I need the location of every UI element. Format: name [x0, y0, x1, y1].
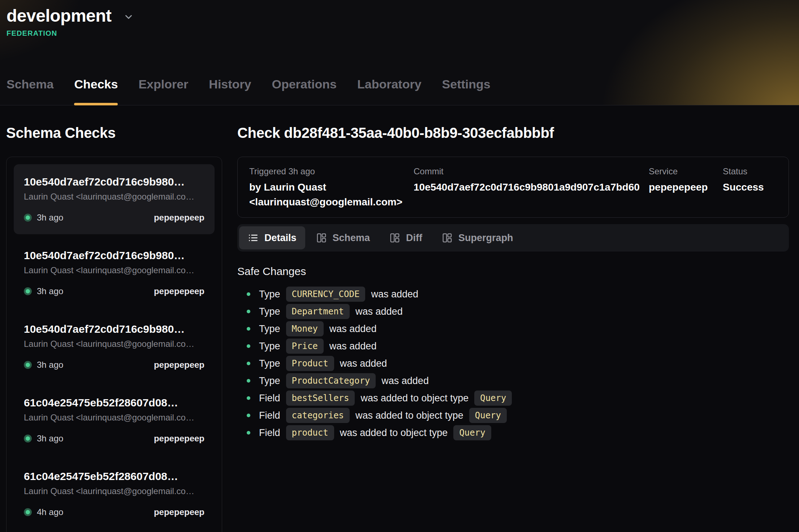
check-item-meta: 3h agopepepepeep [24, 360, 204, 370]
change-row: TypeProductwas added [237, 355, 789, 372]
project-header: development FEDERATION SchemaChecksExplo… [0, 0, 799, 105]
bullet-icon [247, 327, 250, 331]
meta-triggered: Triggered 3h ago by Laurin Quast <laurin… [249, 166, 414, 209]
status-dot-icon [24, 287, 32, 295]
tab-checks[interactable]: Checks [74, 77, 118, 105]
checks-list: 10e540d7aef72c0d716c9b980…Laurin Quast <… [6, 157, 222, 532]
change-text: was added [340, 358, 387, 369]
columns-icon [442, 232, 453, 243]
columns-icon [316, 232, 327, 243]
columns-icon [389, 232, 400, 243]
check-item-service: pepepepeep [154, 213, 204, 223]
change-code-badge: Price [286, 339, 324, 354]
view-tab-diff[interactable]: Diff [381, 226, 431, 249]
view-tab-label: Supergraph [458, 232, 513, 244]
check-item-meta: 3h agopepepepeep [24, 433, 204, 444]
tab-schema[interactable]: Schema [7, 77, 53, 105]
change-text: was added to object type [355, 410, 463, 421]
tab-history[interactable]: History [209, 77, 251, 105]
bullet-icon [247, 379, 250, 383]
view-tab-label: Schema [333, 232, 370, 244]
status-dot-icon [24, 214, 32, 222]
view-tab-details[interactable]: Details [239, 226, 305, 249]
change-code2-badge: Query [453, 425, 491, 440]
check-item-author: Laurin Quast <laurinquast@googlemail.co… [24, 413, 204, 423]
check-item-time: 3h ago [37, 360, 63, 370]
change-row: TypeDepartmentwas added [237, 303, 789, 320]
meta-commit-label: Commit [414, 166, 649, 176]
change-code-badge: Money [286, 321, 324, 336]
change-code-badge: ProductCategory [286, 373, 376, 388]
check-item-meta: 3h agopepepepeep [24, 213, 204, 223]
change-kind: Type [259, 341, 280, 352]
tab-explorer[interactable]: Explorer [138, 77, 188, 105]
check-item-id: 61c04e25475eb52f28607d08… [24, 397, 204, 409]
bullet-icon [247, 310, 250, 313]
tab-operations[interactable]: Operations [272, 77, 336, 105]
change-row: FieldbestSellerswas added to object type… [237, 389, 789, 407]
change-text: was added [329, 341, 377, 352]
check-list-item[interactable]: 61c04e25475eb52f28607d08…Laurin Quast <l… [14, 459, 215, 529]
check-title: Check db28f481-35aa-40b0-b8b9-303ecfabbb… [237, 126, 789, 140]
check-item-service: pepepepeep [154, 433, 204, 444]
content: Schema Checks 10e540d7aef72c0d716c9b980…… [0, 105, 799, 532]
check-item-time: 3h ago [37, 213, 63, 223]
check-list-item[interactable]: 10e540d7aef72c0d716c9b980…Laurin Quast <… [14, 238, 215, 308]
bullet-icon [247, 362, 250, 365]
meta-service-label: Service [649, 166, 723, 176]
project-tabs: SchemaChecksExplorerHistoryOperationsLab… [7, 77, 792, 105]
check-list-item[interactable]: 10e540d7aef72c0d716c9b980…Laurin Quast <… [14, 164, 215, 234]
check-list-item[interactable]: 61c04e25475eb52f28607d08…Laurin Quast <l… [14, 385, 215, 455]
meta-service: Service pepepepeep [649, 166, 723, 209]
meta-status-label: Status [723, 166, 777, 176]
view-tab-label: Diff [406, 232, 422, 244]
check-item-id: 10e540d7aef72c0d716c9b980… [24, 249, 204, 262]
check-item-author: Laurin Quast <laurinquast@googlemail.co… [24, 265, 204, 275]
check-item-id: 61c04e25475eb52f28607d08… [24, 470, 204, 483]
change-kind: Type [259, 323, 280, 335]
sidebar-title: Schema Checks [6, 126, 222, 140]
change-code2-badge: Query [469, 408, 507, 423]
check-item-service: pepepepeep [154, 507, 204, 517]
change-kind: Type [259, 375, 280, 387]
check-view-tabs: DetailsSchemaDiffSupergraph [237, 224, 789, 252]
tab-settings[interactable]: Settings [442, 77, 491, 105]
meta-triggered-label: Triggered 3h ago [249, 166, 414, 176]
change-text: was added to object type [340, 427, 448, 439]
view-tab-label: Details [264, 232, 297, 244]
meta-status-value: Success [723, 180, 777, 195]
change-code-badge: bestSellers [286, 391, 355, 406]
meta-commit-value: 10e540d7aef72c0d716c9b9801a9d907c1a7bd60 [414, 180, 649, 195]
change-text: was added to object type [360, 393, 468, 404]
change-kind: Field [259, 427, 280, 439]
change-text: was added [371, 289, 418, 300]
project-switcher-button[interactable] [123, 12, 134, 23]
change-text: was added [355, 306, 403, 317]
project-type-badge: FEDERATION [7, 29, 789, 38]
tab-laboratory[interactable]: Laboratory [357, 77, 422, 105]
view-tab-schema[interactable]: Schema [307, 226, 379, 249]
check-item-service: pepepepeep [154, 360, 204, 370]
project-title-row: development [7, 6, 789, 26]
change-kind: Field [259, 393, 280, 404]
change-row: Fieldproductwas added to object typeQuer… [237, 424, 789, 441]
bullet-icon [247, 292, 250, 296]
changes-list: TypeCURRENCY_CODEwas addedTypeDepartment… [237, 285, 789, 441]
status-dot-icon [24, 361, 32, 369]
bullet-icon [247, 431, 250, 435]
check-item-time: 4h ago [37, 507, 63, 517]
check-item-time: 3h ago [37, 286, 63, 296]
list-icon [248, 232, 259, 243]
meta-triggered-value: by Laurin Quast <laurinquast@googlemail.… [249, 180, 390, 209]
change-row: TypePricewas added [237, 337, 789, 355]
check-item-author: Laurin Quast <laurinquast@googlemail.co… [24, 339, 204, 349]
check-item-meta: 3h agopepepepeep [24, 286, 204, 296]
view-tab-supergraph[interactable]: Supergraph [433, 226, 522, 249]
bullet-icon [247, 344, 250, 348]
check-item-author: Laurin Quast <laurinquast@googlemail.co… [24, 486, 204, 496]
check-item-meta: 4h agopepepepeep [24, 507, 204, 517]
changes-section-title: Safe Changes [237, 265, 789, 278]
check-list-item[interactable]: 10e540d7aef72c0d716c9b980…Laurin Quast <… [14, 311, 215, 381]
change-code2-badge: Query [474, 391, 512, 406]
change-row: TypeMoneywas added [237, 320, 789, 337]
